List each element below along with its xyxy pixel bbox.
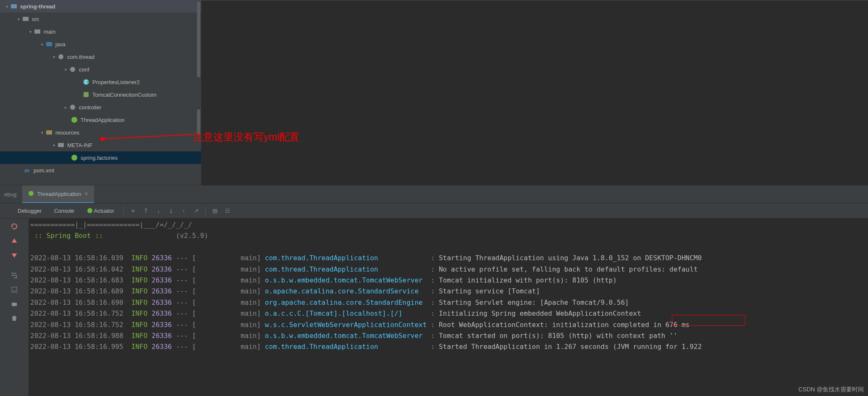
svg-point-10: [71, 117, 77, 123]
chevron-down-icon: ▾: [39, 41, 45, 48]
console-output[interactable]: ===========|_|=============|___/=/_/_/_/…: [29, 219, 868, 396]
tree-label: resources: [55, 129, 79, 136]
svg-rect-22: [12, 287, 17, 292]
chevron-down-icon: ▾: [50, 142, 57, 148]
svg-point-17: [29, 191, 34, 196]
down-arrow-icon[interactable]: [9, 250, 20, 261]
download-icon[interactable]: ↓: [152, 205, 164, 217]
svg-rect-8: [84, 92, 89, 97]
scrollbar-thumb[interactable]: [197, 109, 200, 135]
svg-point-9: [70, 105, 75, 110]
separator: [123, 206, 124, 216]
tree-label: pom.xml: [34, 167, 54, 174]
svg-rect-2: [34, 29, 40, 34]
chevron-down-icon: ▾: [62, 66, 69, 73]
tree-node-pom[interactable]: m pom.xml: [0, 164, 201, 177]
package-icon: [57, 53, 65, 61]
tree-label: ThreadApplication: [81, 117, 125, 123]
svg-rect-11: [46, 130, 52, 135]
tree-node-java[interactable]: ▾ java: [0, 38, 201, 50]
tree-label: META-INF: [67, 142, 92, 148]
actuator-icon: [87, 208, 93, 214]
tree-node-controller[interactable]: ▸ controller: [0, 101, 201, 114]
print-icon[interactable]: [9, 298, 20, 309]
package-icon: [69, 103, 76, 111]
up-arrow-icon[interactable]: [9, 235, 20, 246]
svg-rect-1: [23, 17, 29, 21]
tree-node-src[interactable]: ▾ src: [0, 13, 201, 25]
tree-node-class[interactable]: TomcatConnectionCustom: [0, 88, 201, 101]
upload-icon[interactable]: ↑: [178, 205, 189, 217]
tree-label: spring-thread: [20, 3, 55, 10]
tab-debugger[interactable]: Debugger: [12, 205, 47, 216]
svg-text:m: m: [24, 167, 29, 174]
rerun-icon[interactable]: [9, 221, 20, 232]
scroll-end-icon[interactable]: [9, 284, 20, 295]
tree-node-spring-factories[interactable]: spring.factories: [0, 151, 201, 164]
package-icon: [69, 66, 76, 73]
debug-tab-label: ThreadApplication: [37, 191, 81, 197]
tab-actuator[interactable]: Actuator: [81, 205, 120, 216]
separator: [205, 206, 206, 216]
debug-tab[interactable]: ThreadApplication ×: [22, 185, 94, 203]
trash-icon[interactable]: [9, 313, 20, 324]
module-icon: [10, 3, 18, 10]
folder-icon: [22, 15, 29, 23]
tree-label: controller: [79, 104, 101, 111]
soft-wrap-icon[interactable]: [9, 270, 20, 281]
tree-label: com.thread: [67, 54, 94, 60]
svg-rect-3: [46, 42, 52, 46]
tree-node-resources[interactable]: ▾ resources: [0, 126, 201, 139]
tab-console[interactable]: Console: [48, 205, 80, 216]
class-icon: C: [82, 78, 90, 86]
frames-icon[interactable]: ▤: [209, 205, 221, 217]
spring-icon: [28, 190, 34, 198]
svg-point-4: [58, 54, 63, 59]
chevron-down-icon: ▾: [27, 28, 34, 35]
variables-icon[interactable]: ☷: [222, 205, 233, 217]
svg-point-13: [71, 155, 77, 161]
resources-folder-icon: [45, 129, 53, 136]
svg-point-5: [70, 67, 75, 72]
tree-label: src: [32, 16, 39, 22]
debug-tab-bar: ebug: ThreadApplication ×: [0, 185, 868, 203]
settings-icon[interactable]: ≡: [127, 205, 139, 217]
tree-node-package[interactable]: ▾ com.thread: [0, 50, 201, 63]
svg-marker-20: [12, 238, 17, 243]
download2-icon[interactable]: ⤓: [165, 205, 177, 217]
tree-node-conf[interactable]: ▾ conf: [0, 63, 201, 76]
folder-icon: [57, 141, 65, 149]
tree-label: PropertiesListener2: [92, 79, 140, 85]
svg-text:C: C: [84, 80, 87, 84]
tree-node-app[interactable]: ThreadApplication: [0, 114, 201, 126]
chevron-right-icon: ▸: [62, 104, 69, 111]
tree-node-project[interactable]: ▾ spring-thread: [0, 0, 201, 13]
maven-icon: m: [24, 166, 31, 174]
svg-rect-12: [58, 143, 64, 147]
chevron-down-icon: ▾: [39, 129, 45, 136]
tree-label: spring.factories: [81, 155, 118, 161]
chevron-down-icon: ▾: [15, 16, 22, 22]
scrollbar-thumb[interactable]: [197, 2, 200, 77]
tree-label: TomcatConnectionCustom: [92, 92, 156, 98]
editor-area: [202, 0, 868, 185]
step-icon[interactable]: ⤒: [140, 205, 152, 217]
close-icon[interactable]: ×: [84, 190, 88, 197]
svg-marker-21: [12, 253, 17, 258]
tree-node-class[interactable]: C PropertiesListener2: [0, 76, 201, 88]
project-tree[interactable]: ▾ spring-thread ▾ src ▾ main ▾ java ▾ co…: [0, 0, 202, 185]
debug-toolbar: Debugger Console Actuator ≡ ⤒ ↓ ⤓ ↑ ↗ ▤ …: [0, 203, 868, 219]
tree-node-main[interactable]: ▾ main: [0, 25, 201, 38]
tree-label: java: [55, 41, 66, 48]
console-gutter: [0, 219, 29, 396]
chevron-down-icon: ▾: [50, 53, 57, 60]
spring-file-icon: [71, 154, 78, 161]
svg-rect-24: [12, 303, 17, 306]
source-folder-icon: [45, 40, 53, 48]
watermark: CSDN @鱼找水需要时间: [798, 386, 864, 393]
tree-label: conf: [79, 66, 89, 73]
svg-point-18: [87, 208, 92, 213]
step-out-icon[interactable]: ↗: [190, 205, 202, 217]
chevron-down-icon: ▾: [3, 3, 10, 10]
tree-node-metainf[interactable]: ▾ META-INF: [0, 139, 201, 151]
